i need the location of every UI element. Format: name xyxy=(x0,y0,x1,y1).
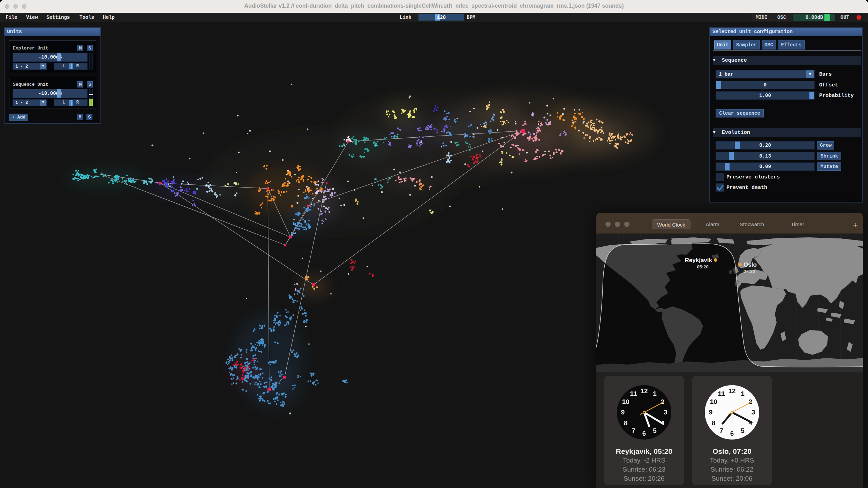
svg-text:11: 11 xyxy=(718,390,725,397)
svg-text:1: 1 xyxy=(741,390,745,397)
svg-text:10: 10 xyxy=(710,398,717,405)
svg-text:6: 6 xyxy=(642,430,646,437)
svg-text:9: 9 xyxy=(621,409,625,416)
svg-text:1: 1 xyxy=(653,390,657,397)
svg-text:11: 11 xyxy=(630,390,637,397)
svg-text:9: 9 xyxy=(709,409,713,416)
svg-text:3: 3 xyxy=(752,409,755,416)
svg-text:10: 10 xyxy=(622,398,629,405)
svg-text:3: 3 xyxy=(664,409,667,416)
svg-text:12: 12 xyxy=(728,387,735,395)
svg-text:Oslo: Oslo xyxy=(744,261,757,268)
svg-text:7: 7 xyxy=(632,427,635,434)
svg-text:12: 12 xyxy=(640,387,648,395)
svg-text:8: 8 xyxy=(624,419,628,427)
svg-text:6: 6 xyxy=(730,430,734,437)
svg-text:8: 8 xyxy=(712,419,716,427)
svg-text:Reykjavik: Reykjavik xyxy=(685,257,712,264)
svg-text:5: 5 xyxy=(741,427,745,434)
svg-text:2: 2 xyxy=(749,398,753,405)
svg-text:05:20: 05:20 xyxy=(697,264,708,269)
svg-text:2: 2 xyxy=(661,398,665,405)
svg-text:7: 7 xyxy=(719,427,723,434)
svg-text:5: 5 xyxy=(653,427,657,434)
svg-text:07:20: 07:20 xyxy=(744,269,755,274)
